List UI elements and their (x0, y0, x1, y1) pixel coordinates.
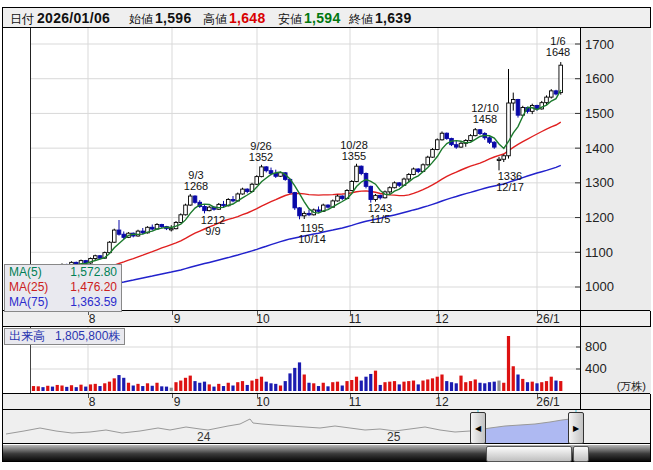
volume-bar (184, 378, 187, 391)
volume-bar (502, 383, 505, 391)
scrollbar-end-button[interactable] (573, 446, 589, 462)
candle-body (431, 150, 435, 158)
candle-body (117, 230, 121, 234)
candle-body (488, 138, 492, 143)
volume-bar (222, 386, 225, 391)
volume-bar (303, 375, 306, 392)
candle-body (369, 186, 373, 199)
candle-body (435, 140, 439, 150)
volume-bar (474, 379, 477, 391)
volume-bar (160, 386, 163, 391)
volume-bar (450, 382, 453, 391)
volume-bar (497, 381, 500, 391)
volume-bar (559, 381, 562, 391)
date-value: 2026/01/06 (37, 10, 110, 26)
volume-bar (440, 375, 443, 392)
volume-bar (436, 377, 439, 391)
volume-bar (136, 384, 139, 391)
quote-header: 日付 2026/01/06 始値 1,596 高値 1,648 安値 1,594… (3, 8, 650, 28)
candle-body (374, 195, 378, 199)
candle-body (378, 195, 382, 197)
candle-body (222, 204, 226, 205)
volume-bar (151, 386, 154, 391)
volume-bar (284, 381, 287, 391)
candle-body (260, 167, 264, 177)
volume-bar (507, 336, 510, 391)
volume-bar (193, 381, 196, 391)
volume-value: 1,805,800株 (55, 329, 120, 343)
high-value: 1,648 (229, 10, 266, 26)
volume-bar (108, 382, 111, 391)
volume-bar (70, 385, 73, 391)
price-annotation: 124311/5 (368, 203, 392, 225)
volume-axis-label: 400 (585, 361, 607, 376)
volume-bar (336, 382, 339, 391)
candle-body (93, 256, 97, 259)
volume-bar (203, 382, 206, 391)
candle-body (445, 133, 449, 138)
volume-bar (298, 362, 301, 391)
candle-body (473, 130, 477, 136)
candle-body (388, 188, 392, 192)
ma-legend: MA(5) 1,572.80 MA(25) 1,476.20 MA(75) 1,… (4, 264, 122, 312)
volume-bar (322, 383, 325, 391)
candle-body (112, 230, 116, 242)
candle-body (264, 167, 268, 171)
volume-bar (402, 382, 405, 391)
volume-bar (388, 382, 391, 391)
navigator-year-label: 24 (197, 430, 210, 444)
volume-bar (265, 382, 268, 391)
volume-bar (141, 386, 144, 391)
candle-body (393, 183, 397, 188)
volume-bar (94, 384, 97, 391)
volume-bar (545, 381, 548, 391)
volume-bar (445, 381, 448, 391)
volume-bar (56, 385, 59, 391)
x-axis-label: 11 (349, 312, 361, 326)
candle-body (545, 97, 549, 103)
x-axis-label: 9 (174, 312, 181, 326)
candle-body (336, 196, 340, 201)
volume-bar (364, 377, 367, 391)
candle-body (169, 229, 173, 230)
price-annotation: 9/31268 (184, 170, 208, 192)
scrollbar-thumb[interactable] (486, 446, 572, 462)
candle-body (122, 234, 126, 237)
volume-bar (478, 383, 481, 391)
candle-body (298, 208, 302, 216)
candle-body (426, 157, 430, 165)
volume-bar (208, 384, 211, 391)
candle-body (459, 143, 463, 147)
volume-bar (550, 377, 553, 391)
x-axis-label: 26/1 (536, 395, 559, 409)
high-label: 高値 (203, 11, 227, 28)
x-axis-label: 11 (349, 395, 361, 409)
navigator-right-handle[interactable]: ▶ (568, 412, 584, 444)
price-annotation: 12/101458 (471, 103, 499, 125)
volume-bar (198, 383, 201, 391)
y-axis-label: 1000 (585, 279, 614, 294)
volume-bar (84, 387, 87, 391)
candle-body (269, 171, 273, 174)
range-navigator[interactable] (3, 410, 650, 444)
y-axis-label: 1700 (585, 37, 614, 52)
volume-bar (383, 382, 386, 391)
volume-bar (46, 386, 49, 391)
y-axis-label: 1500 (585, 106, 614, 121)
navigator-left-handle[interactable]: ◀ (470, 412, 486, 444)
volume-bar (250, 381, 253, 391)
close-value: 1,639 (375, 10, 412, 26)
x-axis-label: 26/1 (536, 312, 559, 326)
volume-bar (417, 384, 420, 391)
ma75-value: 1,363.59 (70, 295, 117, 310)
volume-bar (293, 368, 296, 391)
volume-bar (231, 386, 234, 392)
volume-bar (288, 373, 291, 391)
volume-bar (326, 386, 329, 391)
low-label: 安値 (278, 11, 302, 28)
candle-body (359, 166, 363, 173)
volume-bar (398, 384, 401, 391)
candle-body (355, 166, 359, 181)
volume-bar (516, 375, 519, 392)
volume-bar (103, 383, 106, 391)
